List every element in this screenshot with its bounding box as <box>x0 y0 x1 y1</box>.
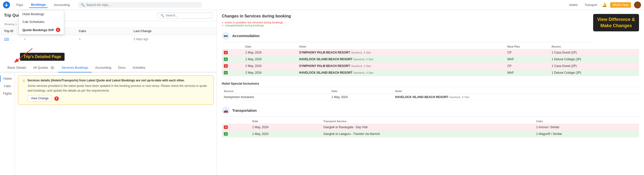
dropdown-hotel-bookings[interactable]: Hotel Bookings <box>19 10 64 18</box>
transportation-table: Date Transport Service Cabs × 1 May, 202… <box>222 119 639 137</box>
search-icon: 🔍 <box>81 3 85 7</box>
legend-plus: +: changed/added during bookings. <box>222 24 265 27</box>
trip-detail-annotation: Trip's Detailed Page <box>20 53 64 61</box>
table-row: + 1 May, 2024 HAVELOCK ISLAND BEACH RESO… <box>222 56 639 63</box>
row-date: 2 May, 2024 <box>243 63 297 69</box>
dropdown-badge: 1 <box>56 28 60 32</box>
table-row: Honeymoon Inclusions 1 May, 2024 HAVELOC… <box>222 94 639 101</box>
acc-col-meal: Meal Plan <box>506 44 550 49</box>
search-input[interactable] <box>86 3 200 7</box>
side-nav: Hotels Cabs Flights <box>0 72 15 175</box>
logo-icon[interactable] <box>3 1 10 8</box>
accommodation-section-header: 🛏 Accommodation <box>222 30 593 42</box>
warning-title: ⚠ Services details (Hotels/Transports) f… <box>22 79 209 83</box>
tr-col-service: Transport Service <box>322 119 534 124</box>
tab-activities[interactable]: Activities <box>129 63 149 72</box>
transportation-title: Transportation <box>232 109 257 113</box>
search-small-icon: 🔍 <box>160 14 164 17</box>
si-col-service: Service <box>222 89 330 94</box>
view-diff-annotation: View Difference &Make Changes <box>593 14 639 31</box>
row-date: 1 May, 2024 <box>250 124 321 131</box>
row-cabs: 1-WagonR / Similar <box>534 131 639 137</box>
row-hotel: HAVELOCK ISLAND BEACH RESORT Havelock, 4… <box>297 56 505 63</box>
nav-hotels[interactable]: Hotels <box>567 2 580 8</box>
tab-services-bookings[interactable]: Services Bookings <box>58 63 92 72</box>
dropdown-cab-schedules[interactable]: Cab Schedules <box>19 18 64 26</box>
row-date: 1 May, 2024 <box>250 131 321 137</box>
right-panel: View Difference &Make Changes Changes in… <box>217 10 644 175</box>
whats-new-button[interactable]: What's New <box>610 2 631 8</box>
table-row: × 1 May, 2024 SYMPHONY PALM BEACH RESORT… <box>222 49 639 56</box>
dropdown-quote-bookings-diff[interactable]: Quote Bookings Diff 1 <box>19 26 64 34</box>
all-quotes-badge: 3 <box>50 66 54 69</box>
x-badge: × <box>224 64 228 68</box>
accommodation-icon: 🛏 <box>222 32 230 40</box>
trip-quote-search: 🔍 <box>158 12 212 18</box>
col-cabs: Cabs <box>79 29 134 33</box>
row-service: Gangtok to Ravangala - Day Visit <box>322 124 534 131</box>
row-service: Gangtok to Lataguru - Transfer via Namch… <box>322 131 534 137</box>
left-panel: Trip Quote 🔍 Showing 1 - 1 of 1 Trip ID … <box>0 10 217 175</box>
row-cabs: 1-Innova / Similar <box>534 124 639 131</box>
row-badge: × <box>222 124 250 131</box>
trip-quote-search-input[interactable] <box>166 14 210 17</box>
nav-right: Hotels Transport 🔔 What's New <box>567 1 641 8</box>
row-badge: + <box>222 69 243 76</box>
last-change: 2 days ago <box>134 37 212 41</box>
plus-badge: + <box>224 57 228 61</box>
main-content: ⚠ Services details (Hotels/Transports) f… <box>15 72 216 175</box>
tabs-bar: Basic Details All Quotes 3 Services Book… <box>0 63 216 72</box>
tr-col-cabs: Cabs <box>534 119 639 124</box>
side-nav-flights[interactable]: Flights <box>0 90 15 97</box>
nav-trips[interactable]: Trips <box>14 2 25 8</box>
row-badge: × <box>222 63 243 69</box>
content-area: Hotels Cabs Flights ⚠ Services details (… <box>0 72 216 175</box>
row-hotel: SYMPHONY PALM BEACH RESORT Havelock, 4 S… <box>297 49 505 56</box>
row-rooms: 1 Deluxe Cottage (2P) <box>550 69 639 76</box>
hotels-x: × <box>24 37 79 41</box>
side-nav-cabs[interactable]: Cabs <box>0 83 15 89</box>
acc-col-rooms: Rooms <box>550 44 639 49</box>
trip-id-link[interactable]: 155 <box>4 37 24 41</box>
nav-accounting[interactable]: Accounting <box>52 2 72 8</box>
row-meal: MAP <box>506 69 550 76</box>
accommodation-table: Date Hotel Meal Plan Rooms × 1 May, 2024… <box>222 44 639 76</box>
tr-col-badge <box>222 119 250 124</box>
special-inclusions-table: Service Date Hotel Honeymoon Inclusions … <box>222 89 639 101</box>
special-inclusions-title: Hotel Special Inclusions <box>222 80 639 87</box>
right-panel-title: Changes in Services during booking <box>222 14 639 18</box>
row-hotel: HAVELOCK ISLAND BEACH RESORT Havelock, 4… <box>297 69 505 76</box>
si-service: Honeymoon Inclusions <box>222 94 330 101</box>
acc-col-date: Date <box>243 44 297 49</box>
warning-text: Some services provided in the latest quo… <box>28 84 209 93</box>
top-nav: Trips Bookings Accounting 🔍 Hotels Trans… <box>0 0 644 10</box>
plus-badge: + <box>224 71 228 74</box>
transportation-section-header: 🚗 Transportation <box>222 105 639 117</box>
row-badge: × <box>222 49 243 56</box>
table-row: × 2 May, 2024 SYMPHONY PALM BEACH RESORT… <box>222 63 639 69</box>
plus-badge: + <box>224 132 228 136</box>
avatar[interactable] <box>634 1 641 8</box>
row-hotel: SYMPHONY PALM BEACH RESORT Havelock, 4 S… <box>297 63 505 69</box>
si-col-date: Date <box>330 89 393 94</box>
side-nav-hotels[interactable]: Hotels <box>0 75 15 82</box>
x-badge: × <box>224 126 228 129</box>
row-date: 1 May, 2024 <box>243 56 297 63</box>
row-date: 2 May, 2024 <box>243 69 297 76</box>
main-layout: Trip Quote 🔍 Showing 1 - 1 of 1 Trip ID … <box>0 10 644 175</box>
acc-col-badge <box>222 44 243 49</box>
nav-transport[interactable]: Transport <box>582 2 599 8</box>
table-row: 155 × × 2 days ago <box>0 35 216 43</box>
row-rooms: 1 Casa Grand (2P) <box>550 63 639 69</box>
bell-icon[interactable]: 🔔 <box>602 2 607 7</box>
tab-docs[interactable]: Docs <box>115 63 129 72</box>
view-change-button[interactable]: View Change <box>28 95 52 102</box>
cabs-x: × <box>79 37 134 41</box>
row-date: 1 May, 2024 <box>243 49 297 56</box>
tab-all-quotes[interactable]: All Quotes 3 <box>30 63 58 72</box>
tab-accounting[interactable]: Accounting <box>92 63 115 72</box>
tab-basic-details[interactable]: Basic Details <box>4 63 30 72</box>
table-row: + 1 May, 2024 Gangtok to Lataguru - Tran… <box>222 131 639 137</box>
nav-bookings[interactable]: Bookings <box>29 2 48 8</box>
special-inclusions-section: Hotel Special Inclusions Service Date Ho… <box>222 80 639 101</box>
